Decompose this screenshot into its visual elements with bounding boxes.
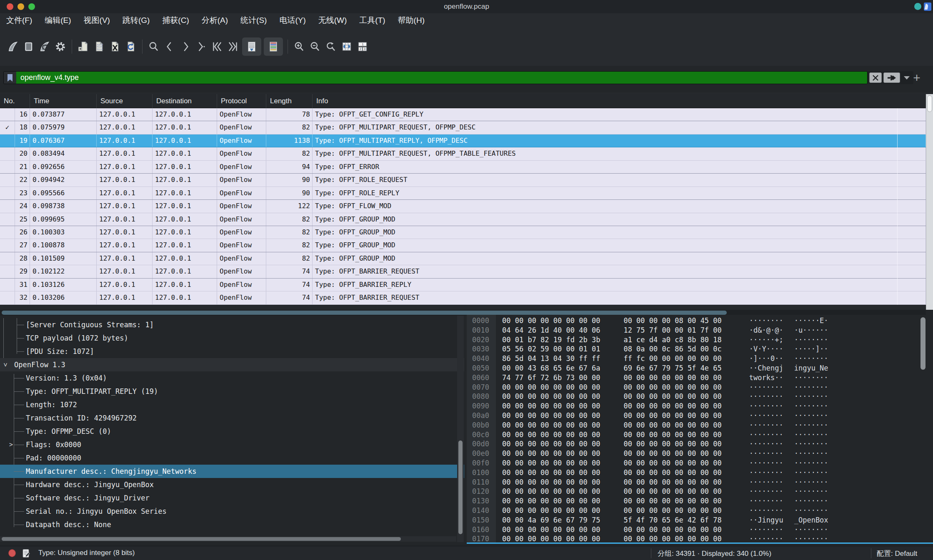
filter-dropdown-caret[interactable] — [904, 76, 910, 80]
hex-row[interactable]: 015000 00 4a 69 6e 67 79 755f 4f 70 65 6… — [467, 515, 933, 525]
capture-comment-icon[interactable] — [22, 549, 31, 558]
hex-vscroll-thumb[interactable] — [920, 317, 925, 370]
packet-row[interactable]: 240.098738127.0.0.1127.0.0.1OpenFlow122T… — [0, 200, 926, 213]
packet-row[interactable]: ✓180.075979127.0.0.1127.0.0.1OpenFlow82T… — [0, 121, 926, 134]
stop-capture-button[interactable] — [21, 37, 37, 56]
packet-list-vscroll-thumb[interactable] — [927, 95, 932, 112]
hex-row[interactable]: 002000 01 b7 82 19 fd 2b 3ba1 ce d4 a0 c… — [467, 335, 933, 345]
profile-selector[interactable]: 配置: Default — [877, 549, 917, 558]
open-file-button[interactable] — [75, 37, 91, 56]
column-header-time[interactable]: Time — [30, 94, 97, 108]
tree-item[interactable]: TCP payload (1072 bytes) — [0, 331, 464, 345]
hex-row[interactable]: 00c000 00 00 00 00 00 00 0000 00 00 00 0… — [467, 430, 933, 440]
menu-item-1[interactable]: 编辑(E) — [38, 13, 77, 27]
column-header-protocol[interactable]: Protocol — [217, 94, 266, 108]
hex-row[interactable]: 016000 00 00 00 00 00 00 0000 00 00 00 0… — [467, 525, 933, 535]
packet-list-vertical-scrollbar[interactable] — [926, 94, 933, 310]
hex-row[interactable]: 011000 00 00 00 00 00 00 0000 00 00 00 0… — [467, 478, 933, 487]
menu-item-7[interactable]: 电话(Y) — [273, 13, 312, 27]
filter-add-button[interactable]: + — [910, 71, 923, 84]
menu-item-2[interactable]: 视图(V) — [78, 13, 116, 27]
last-packet-button[interactable] — [225, 37, 241, 56]
menu-item-10[interactable]: 帮助(H) — [392, 13, 431, 27]
filter-bookmark-button[interactable] — [4, 72, 16, 84]
filter-apply-button[interactable] — [883, 72, 900, 83]
colorize-button[interactable] — [264, 37, 283, 56]
tree-item[interactable]: Software desc.: Jingyu_Driver — [0, 491, 464, 505]
reload-file-button[interactable] — [123, 37, 139, 56]
packet-row[interactable]: 160.073877127.0.0.1127.0.0.1OpenFlow78Ty… — [0, 108, 926, 121]
packet-list-hscroll-thumb[interactable] — [2, 311, 727, 315]
tree-item[interactable]: Length: 1072 — [0, 398, 464, 411]
packet-row[interactable]: 210.092656127.0.0.1127.0.0.1OpenFlow94Ty… — [0, 161, 926, 174]
detail-vscroll-thumb[interactable] — [458, 441, 463, 534]
zoom-out-button[interactable] — [307, 37, 323, 56]
tree-item[interactable]: Manufacturer desc.: Chengjingyu_Networks — [0, 465, 464, 478]
column-header-no[interactable]: No. — [0, 94, 30, 108]
tree-item[interactable]: Hardware desc.: Jingyu_OpenBox — [0, 478, 464, 491]
hex-row[interactable]: 000000 00 00 00 00 00 00 0000 00 00 00 0… — [467, 316, 933, 326]
hex-row[interactable]: 00b000 00 00 00 00 00 00 0000 00 00 00 0… — [467, 421, 933, 430]
detail-hscroll-thumb[interactable] — [2, 537, 401, 541]
capture-options-button[interactable] — [53, 37, 68, 56]
tree-item[interactable]: Type: OFPMP_DESC (0) — [0, 425, 464, 438]
hex-row[interactable]: 009000 00 00 00 00 00 00 0000 00 00 00 0… — [467, 401, 933, 411]
hex-row[interactable]: 00a000 00 00 00 00 00 00 0000 00 00 00 0… — [467, 411, 933, 421]
resize-columns-button[interactable] — [339, 37, 355, 56]
tree-item[interactable]: Transaction ID: 4294967292 — [0, 411, 464, 425]
next-packet-button[interactable] — [178, 37, 193, 56]
packet-row[interactable]: 270.100878127.0.0.1127.0.0.1OpenFlow82Ty… — [0, 239, 926, 252]
packet-row[interactable]: 310.103126127.0.0.1127.0.0.1OpenFlow74Ty… — [0, 279, 926, 291]
filter-clear-button[interactable] — [869, 72, 882, 83]
detail-horizontal-scrollbar[interactable] — [0, 536, 456, 542]
menu-item-3[interactable]: 跳转(G) — [116, 13, 156, 27]
hex-row[interactable]: 004086 5d 04 13 04 30 ff ffff fc 00 00 0… — [467, 354, 933, 363]
menu-item-6[interactable]: 统计(S) — [234, 13, 273, 27]
tree-item[interactable]: >OpenFlow 1.3 — [0, 358, 464, 371]
expert-info-icon[interactable] — [8, 549, 16, 557]
tree-item[interactable]: Serial no.: Jingyu OpenBox Series — [0, 505, 464, 518]
hex-row[interactable]: 008000 00 00 00 00 00 00 0000 00 00 00 0… — [467, 392, 933, 401]
column-header-destination[interactable]: Destination — [153, 94, 217, 108]
packet-row[interactable]: 230.095566127.0.0.1127.0.0.1OpenFlow90Ty… — [0, 187, 926, 200]
display-filter-input[interactable]: openflow_v4.type — [3, 71, 868, 84]
column-header-source[interactable]: Source — [97, 94, 153, 108]
auto-scroll-button[interactable] — [242, 37, 261, 56]
first-packet-button[interactable] — [209, 37, 225, 56]
close-file-button[interactable] — [107, 37, 123, 56]
find-packet-button[interactable] — [146, 37, 162, 56]
collapse-arrow-icon[interactable]: > — [0, 363, 12, 366]
column-header-info[interactable]: Info — [313, 94, 926, 108]
tree-item[interactable]: [Server Contiguous Streams: 1] — [0, 318, 464, 331]
packet-row[interactable]: 290.102122127.0.0.1127.0.0.1OpenFlow74Ty… — [0, 265, 926, 278]
hex-row[interactable]: 00f000 00 00 00 00 00 00 0000 00 00 00 0… — [467, 458, 933, 468]
packet-row[interactable]: 320.103206127.0.0.1127.0.0.1OpenFlow74Ty… — [0, 291, 926, 304]
zoom-in-button[interactable] — [291, 37, 307, 56]
menu-item-5[interactable]: 分析(A) — [195, 13, 234, 27]
hex-row[interactable]: 013000 00 00 00 00 00 00 0000 00 00 00 0… — [467, 496, 933, 506]
packet-row[interactable]: 260.100303127.0.0.1127.0.0.1OpenFlow82Ty… — [0, 226, 926, 239]
goto-packet-button[interactable] — [193, 37, 209, 56]
hex-row[interactable]: 014000 00 00 00 00 00 00 0000 00 00 00 0… — [467, 506, 933, 515]
save-file-button[interactable]: 010100110101110 — [91, 37, 107, 56]
hex-row[interactable]: 017000 00 00 00 00 00 00 0000 00 00 00 0… — [467, 534, 933, 544]
hex-row[interactable]: 00d000 00 00 00 00 00 00 0000 00 00 00 0… — [467, 439, 933, 449]
menu-item-8[interactable]: 无线(W) — [312, 13, 353, 27]
hex-row[interactable]: 003005 56 02 59 00 00 01 0108 0a 00 0c 8… — [467, 344, 933, 354]
tree-item[interactable]: Datapath desc.: None — [0, 518, 464, 531]
menu-item-0[interactable]: 文件(F) — [0, 13, 38, 27]
column-header-length[interactable]: Length — [266, 94, 313, 108]
prev-packet-button[interactable] — [162, 37, 178, 56]
hex-row[interactable]: 001004 64 26 1d 40 00 40 0612 75 7f 00 0… — [467, 326, 933, 335]
tree-item[interactable]: >Flags: 0x0000 — [0, 438, 464, 451]
zoom-reset-button[interactable] — [323, 37, 339, 56]
tree-item[interactable]: Type: OFPT_MULTIPART_REPLY (19) — [0, 385, 464, 398]
tree-item[interactable]: Version: 1.3 (0x04) — [0, 371, 464, 385]
menu-item-4[interactable]: 捕获(C) — [156, 13, 195, 27]
packet-row[interactable]: 190.076367127.0.0.1127.0.0.1OpenFlow1138… — [0, 134, 926, 147]
hex-row[interactable]: 005000 00 43 68 65 6e 67 6a69 6e 67 79 7… — [467, 363, 933, 373]
restart-capture-button[interactable] — [37, 37, 53, 56]
packet-row[interactable]: 250.099695127.0.0.1127.0.0.1OpenFlow82Ty… — [0, 213, 926, 226]
hex-vertical-scrollbar[interactable] — [919, 316, 927, 542]
hex-row[interactable]: 00e000 00 00 00 00 00 00 0000 00 00 00 0… — [467, 449, 933, 458]
